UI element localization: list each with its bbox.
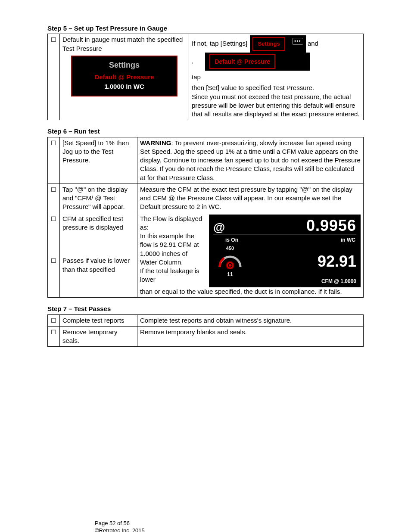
step6-r3-left-2: Passes if value is lower than that speci… (60, 255, 137, 297)
step6-r1-right-rest: : To prevent over-pressurizing, slowly i… (140, 139, 361, 181)
gauge-dial-top: 450 (213, 246, 247, 251)
step5-r-l1b: and (308, 40, 318, 47)
copyright: ©Retrotec Inc. 2015 (95, 527, 145, 532)
table-row: ☐ [Set Speed] to 1% then Jog up to the T… (48, 137, 364, 184)
settings-panel: Settings Default @ Pressure 1.0000 in WC (71, 56, 177, 96)
table-row: ☐ CFM at specified test pressure is disp… (48, 213, 364, 255)
gauge-cfm-label: CFM @ 1.0000 (213, 277, 356, 285)
step6-r3-right: The Flow is displayed as: In this exampl… (137, 213, 364, 298)
step7-r2-right: Remove temporary blanks and seals. (137, 326, 364, 347)
step7-r2-left: Remove temporary seals. (60, 326, 137, 347)
gauge-panel: @ 0.9956 is On in WC 450 (209, 215, 361, 288)
step5-r-tap: tap (192, 73, 201, 81)
step7-table: ☐ Complete test reports Complete test re… (47, 314, 364, 347)
page-footer: Page 52 of 56 ©Retrotec Inc. 2015 (95, 520, 145, 532)
step5-r-l3: then [Set] value to specified Test Press… (192, 84, 361, 92)
step6-r3-textcol: The Flow is displayed as: In this exampl… (140, 215, 205, 288)
step5-right-flow: If not, tap [Settings] Settings ••• and … (192, 35, 361, 84)
settings-panel-value: 1.0000 in WC (76, 82, 172, 91)
step5-checkbox[interactable]: ☐ (51, 36, 56, 43)
step7-r1-checkbox[interactable]: ☐ (51, 317, 56, 324)
gauge-cfm-value: 92.91 (250, 254, 356, 269)
more-icon[interactable]: ••• (292, 38, 303, 45)
step7-r1-right: Complete test reports and obtain witness… (137, 314, 364, 326)
step5-heading: Step 5 – Set up Test Pressure in Gauge (47, 24, 364, 33)
step5-r-comma: , (192, 57, 193, 65)
step6-r2-left: Tap "@" on the display and "CFM/ @ Test … (60, 184, 137, 213)
step5-left-text: Default in gauge must match the specifie… (62, 35, 186, 53)
table-row: ☐ Tap "@" on the display and "CFM/ @ Tes… (48, 184, 364, 213)
gauge-at-icon[interactable]: @ (213, 221, 225, 233)
page-number: Page 52 of 56 (95, 520, 145, 527)
settings-button-label: Settings (252, 37, 285, 51)
gauge-inwc: in WC (341, 236, 355, 243)
warning-label: WARNING (140, 139, 171, 146)
step7-r2-checkbox[interactable]: ☐ (51, 329, 56, 336)
step7-heading: Step 7 – Test Passes (47, 305, 364, 313)
step7-r1-left: Complete test reports (60, 314, 137, 326)
step6-r1-checkbox[interactable]: ☐ (51, 140, 56, 146)
gauge-ison: is On (225, 236, 238, 243)
step6-r1-right: WARNING: To prevent over-pressurizing, s… (137, 137, 364, 184)
default-pressure-button[interactable]: Default @ Pressure (205, 53, 310, 71)
step6-r3-checkbox-1[interactable]: ☐ (51, 215, 56, 222)
default-pressure-button-label: Default @ Pressure (209, 54, 275, 69)
step5-table: ☐ Default in gauge must match the specif… (47, 34, 364, 120)
step6-r3-after: than or equal to the value specified, th… (140, 287, 361, 296)
step6-r3-left-1: CFM at specified test pressure is displa… (60, 213, 137, 255)
settings-panel-title: Settings (76, 60, 172, 70)
step6-heading: Step 6 – Run test (47, 127, 364, 136)
step6-r2-right: Measure the CFM at the exact test pressu… (137, 184, 364, 213)
table-row: ☐ Complete test reports Complete test re… (48, 314, 364, 326)
step5-r-l1a: If not, tap [Settings] (192, 40, 247, 47)
settings-panel-default-pressure: Default @ Pressure (76, 73, 172, 81)
step6-r2-checkbox[interactable]: ☐ (51, 186, 56, 193)
gauge-dial-bottom: 11 (213, 272, 247, 277)
gauge-pressure-value: 0.9956 (306, 218, 356, 233)
gauge-dial-icon (218, 252, 242, 269)
table-row: ☐ Remove temporary seals. Remove tempora… (48, 326, 364, 347)
step6-table: ☐ [Set Speed] to 1% then Jog up to the T… (47, 137, 364, 298)
svg-point-0 (226, 261, 234, 269)
settings-button[interactable]: Settings ••• (250, 35, 305, 53)
step6-r3-checkbox-2[interactable]: ☐ (51, 257, 56, 264)
step5-r-l4: Since you must not exceed the test press… (192, 93, 361, 119)
step6-r1-left: [Set Speed] to 1% then Jog up to the Tes… (60, 137, 137, 184)
